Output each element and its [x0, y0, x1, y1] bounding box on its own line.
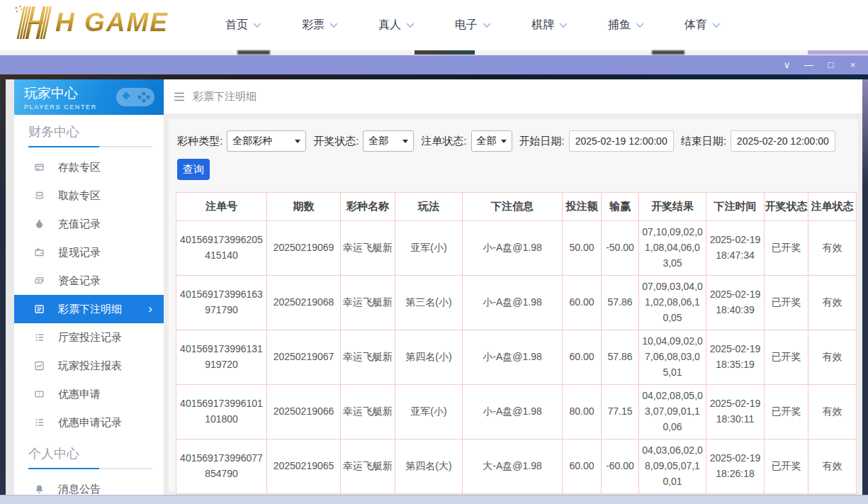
top-nav: H GAME 首页 彩票 真人 — [0, 0, 868, 50]
sidebar-item-promo-apply[interactable]: 优惠申请 — [14, 380, 164, 408]
order-status-label: 注单状态: — [421, 135, 466, 148]
sidebar-item-recharge-log[interactable]: 充值记录 — [14, 210, 164, 238]
table-cell: 10,04,09,02,07,06,08,03,05,01 — [639, 330, 706, 385]
sidebar-item-label: 彩票下注明细 — [58, 303, 122, 316]
menu-icon[interactable] — [174, 92, 185, 101]
column-header: 输赢 — [602, 193, 639, 221]
table-body: 40156917399620541514020250219069幸运飞艇新亚军(… — [176, 221, 857, 494]
end-date-input[interactable] — [731, 130, 835, 152]
table-cell: 401569173996205415140 — [176, 221, 267, 276]
table-cell: 07,10,09,02,01,08,04,06,03,05 — [639, 221, 706, 276]
sidebar: 玩家中心 PLAYERS CENTER 财务中心 存款专区 — [14, 79, 164, 495]
nav-item-live[interactable]: 真人 — [378, 18, 415, 33]
sidebar-section-title-personal: 个人中心 — [28, 445, 164, 462]
table-cell: -60.00 — [602, 439, 639, 494]
table-cell: 2025-02-19 18:26:18 — [706, 439, 765, 494]
chevron-down-icon — [501, 140, 507, 143]
table-cell: 04,02,08,05,03,07,09,01,10,06 — [639, 385, 706, 439]
logo[interactable]: H GAME — [7, 4, 169, 41]
sidebar-item-hall-bet-log[interactable]: 厅室投注记录 — [14, 323, 164, 352]
draw-status-label: 开奖状态: — [313, 135, 359, 148]
window-titlebar: ∨—□× — [0, 55, 868, 74]
column-header: 开奖状态 — [765, 193, 808, 221]
sidebar-item-label: 存款专区 — [58, 161, 101, 174]
table-header-row: 注单号期数彩种名称玩法下注信息投注额输赢开奖结果下注时间开奖状态注单状态 — [176, 193, 857, 221]
chevron-down-icon — [406, 23, 415, 28]
draw-status-select[interactable]: 全部 — [363, 130, 414, 152]
table-cell: 有效 — [808, 439, 857, 494]
table-row: 40156917399610110180020250219066幸运飞艇新亚军(… — [176, 385, 857, 439]
column-header: 开奖结果 — [639, 193, 706, 221]
table-row: 40156917399607785479020250219065幸运飞艇新第四名… — [176, 439, 857, 494]
table-cell: 2025-02-19 18:40:39 — [706, 276, 765, 330]
sidebar-item-promo-log[interactable]: 优惠申请记录 — [14, 408, 164, 437]
sidebar-header: 玩家中心 PLAYERS CENTER — [14, 79, 164, 115]
table-cell: 401569173996163971790 — [176, 276, 267, 330]
table-cell: 亚军(小) — [395, 221, 463, 276]
screen: H GAME 首页 彩票 真人 — [0, 0, 868, 504]
window-controls: ∨—□× — [776, 55, 864, 74]
content-panel: 彩种类型: 全部彩种 开奖状态: 全部 注单状态: 全部 — [169, 119, 858, 492]
sidebar-item-label: 提现记录 — [58, 246, 101, 259]
table-cell: 04,03,06,02,08,09,05,07,10,01 — [639, 439, 706, 494]
table-row: 40156917399616397179020250219068幸运飞艇新第三名… — [176, 276, 857, 330]
table-cell: 第三名(小) — [395, 276, 463, 330]
banknotes-icon — [34, 275, 45, 286]
chevron-down-icon — [402, 140, 408, 143]
sidebar-item-bet-report[interactable]: 玩家投注报表 — [14, 352, 164, 380]
table-cell: 有效 — [808, 221, 857, 276]
table-cell: 20250219069 — [267, 221, 341, 276]
table-cell: 幸运飞艇新 — [341, 276, 395, 330]
column-header: 玩法 — [395, 193, 463, 221]
order-status-select[interactable]: 全部 — [471, 130, 512, 152]
table-row: 40156917399620541514020250219069幸运飞艇新亚军(… — [176, 221, 857, 276]
table-cell: 20250219068 — [267, 276, 341, 330]
table-cell: 60.00 — [563, 330, 602, 385]
collapse-icon[interactable]: ∨ — [776, 55, 798, 74]
gamepad-icon — [113, 84, 158, 112]
nav-item-cards[interactable]: 棋牌 — [531, 18, 568, 33]
table-cell: 有效 — [808, 330, 857, 385]
nav-item-label: 棋牌 — [531, 18, 554, 33]
table-cell: 有效 — [808, 276, 857, 330]
table-cell: 57.86 — [602, 330, 639, 385]
table-cell: 2025-02-19 18:35:19 — [706, 330, 765, 385]
nav-item-label: 真人 — [378, 18, 401, 33]
nav-item-slots[interactable]: 电子 — [455, 18, 491, 33]
sidebar-item-deposit[interactable]: 存款专区 — [14, 153, 164, 181]
search-button[interactable]: 查询 — [177, 159, 210, 180]
minimize-icon[interactable]: — — [798, 55, 820, 74]
lottery-type-label: 彩种类型: — [177, 135, 222, 148]
sidebar-item-funds-log[interactable]: 资金记录 — [14, 267, 164, 295]
nav-item-sports[interactable]: 体育 — [684, 18, 721, 33]
section-divider — [28, 468, 152, 469]
close-icon[interactable]: × — [842, 55, 864, 74]
sidebar-finance-items: 存款专区 取款专区 充值记录 提现记录 资金记录 — [14, 153, 164, 437]
table-row: 40156917399613191972020250219067幸运飞艇新第四名… — [176, 330, 857, 385]
sidebar-item-withdraw[interactable]: 取款专区 — [14, 181, 164, 210]
column-header: 期数 — [267, 193, 341, 221]
table-cell: 已开奖 — [765, 330, 808, 385]
nav-item-lottery[interactable]: 彩票 — [302, 18, 338, 33]
chevron-down-icon — [329, 23, 338, 28]
nav-item-label: 体育 — [684, 18, 707, 33]
ticket-icon — [34, 388, 45, 400]
logo-text: H GAME — [55, 8, 169, 38]
start-date-input[interactable] — [569, 130, 674, 152]
nav-item-home[interactable]: 首页 — [225, 18, 261, 33]
table-cell: 20250219067 — [267, 330, 341, 385]
nav-item-label: 电子 — [455, 18, 478, 33]
background-fragment — [415, 50, 475, 55]
sidebar-item-label: 充值记录 — [58, 218, 101, 231]
sidebar-item-lottery-detail[interactable]: 彩票下注明细 — [14, 295, 164, 323]
column-header: 彩种名称 — [341, 193, 395, 221]
column-header: 注单状态 — [808, 193, 857, 221]
sidebar-item-label: 优惠申请记录 — [58, 416, 122, 430]
window-bottom-strip — [0, 495, 868, 504]
nav-item-fishing[interactable]: 捕鱼 — [608, 18, 644, 33]
background-dark-banner — [0, 74, 868, 79]
sidebar-item-withdraw-log[interactable]: 提现记录 — [14, 238, 164, 267]
bets-table: 注单号期数彩种名称玩法下注信息投注额输赢开奖结果下注时间开奖状态注单状态 401… — [176, 192, 857, 494]
maximize-icon[interactable]: □ — [820, 55, 842, 74]
lottery-type-select[interactable]: 全部彩种 — [227, 130, 306, 152]
